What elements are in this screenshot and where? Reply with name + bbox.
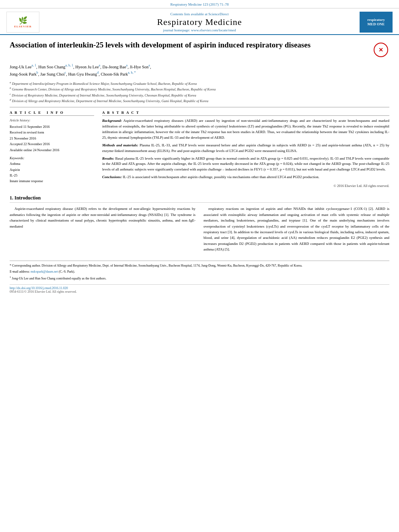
conclusions-label: Conclusions:	[102, 175, 122, 179]
affiliations: a Department of Interdisciplinary Progra…	[10, 80, 389, 104]
article-title: Association of interleukin-25 levels wit…	[10, 40, 311, 50]
section-number: 1.	[10, 195, 14, 201]
citation-text: Respiratory Medicine 123 (2017) 71–78	[171, 2, 229, 6]
intro-col-left: Aspirin-exacerbated respiratory disease …	[10, 206, 195, 255]
methods-label: Methods and materials:	[102, 143, 138, 147]
keywords-list: Asthma Aspirin IL-25 Innate immune respo…	[10, 161, 94, 184]
footnotes-section: * Corresponding author. Division of Alle…	[10, 261, 389, 281]
accepted-date: Accepted 22 November 2016	[10, 142, 50, 146]
doi-link[interactable]: http://dx.doi.org/10.1016/j.rmed.2016.11…	[10, 286, 68, 290]
author-6: Jong-Sook Park	[10, 72, 37, 76]
author-2: Hun Soo Chang	[38, 65, 65, 69]
citation-bar: Respiratory Medicine 123 (2017) 71–78	[0, 0, 399, 8]
journal-header-center: Contents lists available at ScienceDirec…	[43, 12, 356, 32]
journal-logo-right: respiratoryMED ONE	[356, 12, 393, 33]
author-7-sup: c	[65, 71, 66, 74]
journal-logo-image: respiratoryMED ONE	[360, 12, 393, 33]
elsevier-logo: 🌿 ELSEVIER	[6, 12, 39, 33]
abstract-header: A B S T R A C T	[102, 111, 389, 116]
abstract-methods: Methods and materials: Plasma IL-25, IL-…	[102, 143, 389, 154]
author-8: Hun Gyu Hwang	[68, 72, 97, 76]
intro-para-1: Aspirin-exacerbated respiratory disease …	[10, 206, 195, 229]
authors-list: Jong-Uk Leea, 1, Hun Soo Changa, b, 1, H…	[10, 63, 389, 78]
homepage-text: journal homepage: www.elsevier.com/locat…	[43, 28, 356, 32]
divider-1	[10, 107, 389, 107]
history-label: Article history:	[10, 118, 94, 122]
author-4-sup: a	[126, 64, 128, 67]
abstract-text: Background: Aspirin-exacerbated respirat…	[102, 118, 389, 189]
background-text: Aspirin-exacerbated respiratory diseases…	[102, 119, 389, 140]
author-9: Choon-Sik Park	[101, 72, 128, 76]
author-3-sup: a	[99, 64, 101, 67]
article-info-header: A R T I C L E I N F O	[10, 111, 94, 116]
conclusions-text: IL-25 is associated with bronchospasm af…	[123, 175, 319, 179]
corresponding-text: * Corresponding author. Division of Alle…	[10, 264, 302, 267]
email-link[interactable]: mdcspark@daum.net	[31, 270, 58, 273]
abstract-column: A B S T R A C T Background: Aspirin-exac…	[102, 111, 389, 189]
author-7: Jae Sung Choi	[40, 72, 65, 76]
sciencedirect-link[interactable]: ScienceDirect	[208, 12, 228, 16]
crossmark-icon	[374, 43, 388, 57]
revised-date: 21 November 2016	[10, 136, 36, 140]
introduction-section: 1. Introduction Aspirin-exacerbated resp…	[10, 195, 389, 255]
footnote-1: 1 Jong-Uk Lee and Hun Soo Chang contribu…	[10, 275, 389, 281]
background-label: Background:	[102, 119, 122, 123]
journal-header: 🌿 ELSEVIER Contents lists available at S…	[0, 8, 399, 35]
author-6-sup: b	[37, 71, 38, 74]
author-3: Hyeon Ju Lee	[75, 65, 99, 69]
author-9-sup: a, b, *	[128, 71, 136, 74]
author-1-sup: a, 1	[32, 64, 37, 67]
footnote-email: E-mail address: mdcspark@daum.net (C.-S.…	[10, 269, 389, 274]
section-title: Introduction	[14, 195, 41, 201]
intro-title: 1. Introduction	[10, 195, 389, 203]
footnote-1-text: 1 Jong-Uk Lee and Hun Soo Chang contribu…	[10, 277, 106, 280]
elsevier-logo-area: 🌿 ELSEVIER	[6, 12, 43, 33]
footnote-corresponding: * Corresponding author. Division of Alle…	[10, 263, 389, 268]
copyright-text: © 2016 Elsevier Ltd. All rights reserved…	[102, 183, 389, 189]
abstract-results: Results: Basal plasma IL-25 levels were …	[102, 156, 389, 173]
received-revised-label: Received in revised form	[10, 130, 44, 134]
available-text: Contents lists available at ScienceDirec…	[43, 12, 356, 16]
intro-body: Aspirin-exacerbated respiratory disease …	[10, 206, 389, 255]
page: Respiratory Medicine 123 (2017) 71–78 🌿 …	[0, 0, 399, 298]
author-2-sup: a, b, 1	[65, 64, 73, 67]
author-5-sup: a	[148, 64, 150, 67]
abstract-background: Background: Aspirin-exacerbated respirat…	[102, 118, 389, 141]
issn-text: 0954-6111/© 2016 Elsevier Ltd. All right…	[10, 290, 77, 294]
article-info-column: A R T I C L E I N F O Article history: R…	[10, 111, 94, 189]
article-info-abstract: A R T I C L E I N F O Article history: R…	[10, 111, 389, 189]
available-date: Available online 24 November 2016	[10, 148, 60, 152]
results-label: Results:	[102, 156, 114, 160]
article-title-section: Association of interleukin-25 levels wit…	[10, 40, 389, 60]
elsevier-brand: ELSEVIER	[14, 25, 31, 28]
crossmark-badge[interactable]	[372, 41, 389, 58]
keywords-label: Keywords:	[10, 156, 94, 160]
received-date: Received 11 September 2016	[10, 125, 50, 129]
author-8-sup: d	[97, 71, 99, 74]
intro-para-2: respiratory reactions on ingestion of as…	[204, 206, 389, 252]
author-5: Ji-Hye Son	[130, 65, 148, 69]
abstract-conclusions: Conclusions: IL-25 is associated with br…	[102, 175, 389, 180]
email-suffix: (C.-S. Park).	[59, 270, 75, 273]
article-dates: Received 11 September 2016 Received in r…	[10, 124, 94, 153]
results-text: Basal plasma IL-25 levels were significa…	[102, 156, 389, 172]
homepage-link[interactable]: www.elsevier.com/locate/rmed	[191, 28, 236, 32]
methods-text: Plasma IL-25, IL-33, and TSLP levels wer…	[102, 143, 389, 153]
email-label: E-mail address:	[10, 270, 31, 273]
author-4: Da-Jeong Bae	[102, 65, 126, 69]
page-footer: http://dx.doi.org/10.1016/j.rmed.2016.11…	[10, 284, 389, 294]
author-1: Jong-Uk Lee	[10, 65, 32, 69]
main-content: Association of interleukin-25 levels wit…	[0, 35, 399, 298]
journal-title: Respiratory Medicine	[43, 17, 356, 27]
intro-col-right: respiratory reactions on ingestion of as…	[204, 206, 389, 255]
